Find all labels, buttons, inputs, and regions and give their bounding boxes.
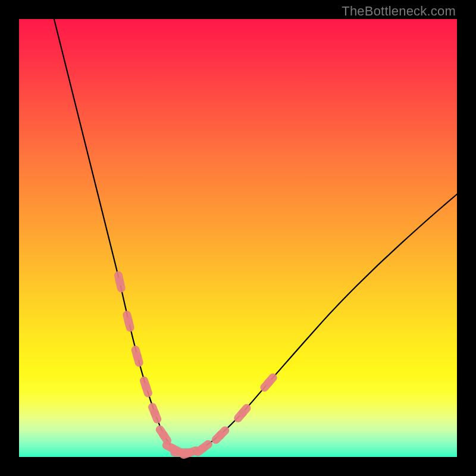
marker-dot bbox=[133, 352, 142, 361]
chart-frame: TheBottleneck.com bbox=[0, 0, 476, 476]
marker-dot bbox=[199, 444, 207, 452]
marker-dot bbox=[142, 383, 150, 391]
marker-dot bbox=[265, 378, 273, 387]
marker-dot bbox=[151, 409, 159, 417]
marker-dot bbox=[115, 278, 124, 286]
marker-dot bbox=[217, 431, 225, 439]
marker-dot bbox=[238, 409, 246, 417]
marker-dot bbox=[159, 431, 168, 439]
marker-dot bbox=[124, 317, 133, 325]
marker-dot bbox=[186, 449, 194, 457]
bottleneck-curve bbox=[54, 19, 457, 453]
watermark-text: TheBottleneck.com bbox=[342, 4, 456, 19]
highlighted-points bbox=[115, 275, 273, 457]
plot-area bbox=[19, 19, 457, 457]
curve-svg bbox=[19, 19, 457, 457]
